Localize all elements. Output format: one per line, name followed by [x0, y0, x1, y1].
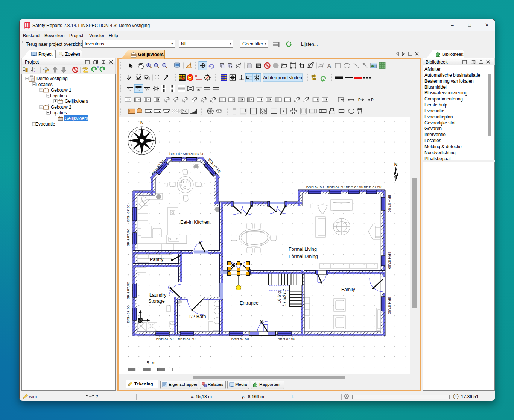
svg-text:Evacuatie: Evacuatie: [35, 121, 55, 127]
svg-text:Formal Living: Formal Living: [289, 247, 317, 252]
svg-text:BRH 87.50: BRH 87.50: [231, 337, 249, 341]
svg-text:BRH 87.50: BRH 87.50: [346, 185, 363, 189]
svg-text:z: z: [34, 70, 35, 73]
svg-text:BRH 87.50: BRH 87.50: [388, 297, 392, 314]
svg-text:Locaties: Locaties: [50, 110, 67, 115]
svg-text:BRH 87.50: BRH 87.50: [126, 229, 130, 246]
svg-text:A: A: [327, 62, 332, 69]
svg-text:Formal Dining: Formal Dining: [289, 254, 318, 259]
svg-text:17.5/27.7: 17.5/27.7: [282, 289, 287, 306]
svg-text:Entrance: Entrance: [240, 300, 259, 306]
svg-text:N: N: [258, 74, 259, 77]
svg-text:N: N: [140, 120, 144, 125]
svg-text:BRH 87.50: BRH 87.50: [156, 337, 173, 341]
svg-text:Storage: Storage: [148, 299, 165, 304]
svg-text:Demo vestiging: Demo vestiging: [36, 76, 68, 81]
svg-text:BRH 87.50BRH 87.50: BRH 87.50BRH 87.50: [169, 152, 204, 156]
svg-text:Family: Family: [341, 287, 356, 292]
svg-text:BRH 87.50: BRH 87.50: [388, 195, 392, 212]
svg-text:Gebouw 2: Gebouw 2: [51, 105, 71, 110]
svg-text:P: P: [358, 98, 361, 102]
svg-text:5 m: 5 m: [147, 361, 156, 365]
svg-text:BRH 87.50: BRH 87.50: [126, 205, 130, 222]
svg-text:BRH 87.50: BRH 87.50: [327, 185, 344, 189]
svg-text:Gebouw 1: Gebouw 1: [51, 88, 71, 93]
svg-text:Gelijkvloers: Gelijkvloers: [65, 116, 88, 121]
svg-text:Pantry: Pantry: [150, 257, 164, 262]
svg-text:Achtergrond sluiten: Achtergrond sluiten: [263, 75, 302, 80]
svg-text:BRH 87.50: BRH 87.50: [388, 252, 392, 269]
svg-text:BRH 87.50: BRH 87.50: [178, 337, 195, 341]
svg-text:BRH 87.50: BRH 87.50: [126, 306, 130, 323]
svg-text:N: N: [394, 162, 398, 167]
svg-text:Eat-in Kitchen: Eat-in Kitchen: [180, 220, 210, 225]
svg-text:Gelijkvloers: Gelijkvloers: [65, 99, 88, 104]
svg-text:Locaties: Locaties: [50, 93, 67, 99]
svg-text:BRH 87.50: BRH 87.50: [364, 185, 381, 189]
svg-text:Laundry: Laundry: [149, 293, 167, 298]
svg-text:P: P: [371, 98, 374, 102]
svg-text:16 Stg.: 16 Stg.: [277, 290, 281, 303]
svg-text:BRH 87.50: BRH 87.50: [126, 282, 130, 299]
svg-text:BRH 87.50: BRH 87.50: [306, 185, 324, 189]
svg-text:1/2 Bath: 1/2 Bath: [189, 314, 206, 319]
svg-text:BRH 87.50: BRH 87.50: [278, 337, 295, 341]
svg-text:Locaties: Locaties: [36, 82, 53, 87]
svg-text:a: a: [34, 67, 35, 70]
